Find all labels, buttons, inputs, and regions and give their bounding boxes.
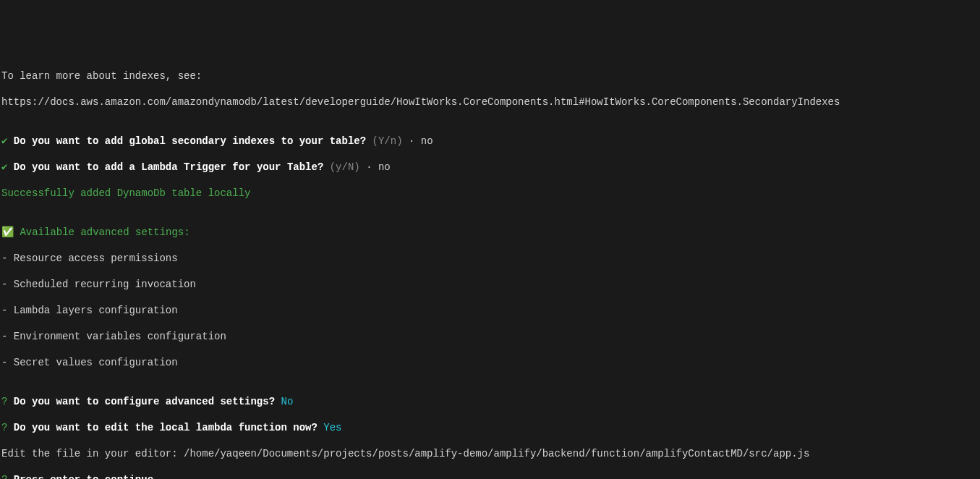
text-line: To learn more about indexes, see: xyxy=(1,69,979,82)
url-line: https://docs.aws.amazon.com/amazondynamo… xyxy=(1,96,979,109)
prompt-answer: no xyxy=(414,135,433,147)
text-line: Edit the file in your editor: /home/yaqe… xyxy=(1,447,979,460)
success-message: Successfully added DynamoDb table locall… xyxy=(1,187,979,200)
heading-line: ✅ Available advanced settings: xyxy=(1,226,979,239)
prompt-line: ✔ Do you want to add a Lambda Trigger fo… xyxy=(1,161,979,174)
prompt-answer: no xyxy=(372,161,391,173)
prompt-question: Do you want to edit the local lambda fun… xyxy=(7,422,317,433)
prompt-answer: Yes xyxy=(318,422,342,433)
checkbox-icon: ✅ xyxy=(1,226,20,238)
separator: · xyxy=(366,161,372,173)
list-item: - Lambda layers configuration xyxy=(1,304,979,317)
list-item: - Environment variables configuration xyxy=(1,330,979,343)
heading-text: Available advanced settings: xyxy=(20,226,189,238)
prompt-hint: (y/N) xyxy=(323,161,366,173)
prompt-answer: No xyxy=(275,396,293,407)
prompt-line: ? Do you want to configure advanced sett… xyxy=(1,395,979,408)
prompt-line: ? Press enter to continue xyxy=(1,473,979,479)
list-item: - Secret values configuration xyxy=(1,356,979,369)
prompt-hint: (Y/n) xyxy=(366,135,409,147)
prompt-question: Do you want to configure advanced settin… xyxy=(7,396,275,407)
prompt-question: Do you want to add global secondary inde… xyxy=(7,135,366,147)
prompt-question: Press enter to continue xyxy=(7,474,153,479)
list-item: - Resource access permissions xyxy=(1,252,979,265)
terminal-output: To learn more about indexes, see: https:… xyxy=(1,56,979,479)
list-item: - Scheduled recurring invocation xyxy=(1,278,979,291)
prompt-question: Do you want to add a Lambda Trigger for … xyxy=(7,161,323,173)
prompt-line: ✔ Do you want to add global secondary in… xyxy=(1,135,979,148)
prompt-line: ? Do you want to edit the local lambda f… xyxy=(1,421,979,434)
